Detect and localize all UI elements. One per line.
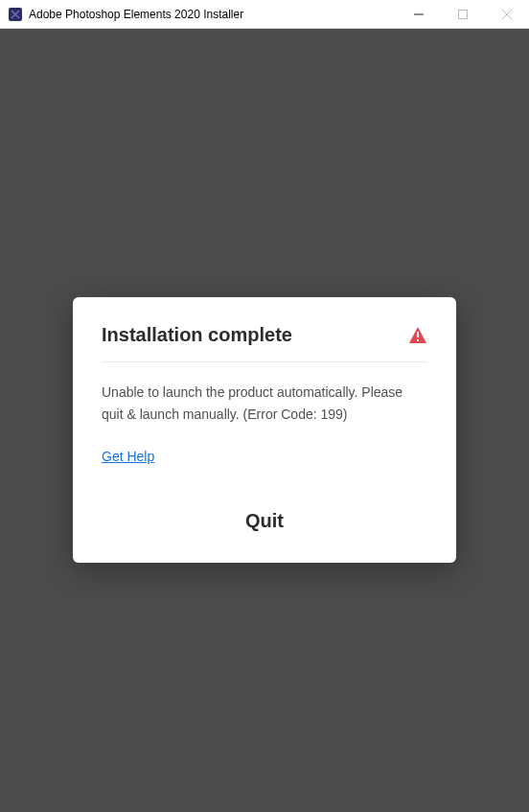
titlebar: Adobe Photoshop Elements 2020 Installer bbox=[0, 0, 529, 29]
dialog-header: Installation complete bbox=[102, 324, 427, 362]
dialog-title: Installation complete bbox=[102, 324, 292, 346]
dialog-message: Unable to launch the product automatical… bbox=[102, 382, 427, 425]
completion-dialog: Installation complete Unable to launch t… bbox=[73, 297, 456, 563]
app-icon bbox=[8, 7, 23, 22]
dialog-actions: Quit bbox=[102, 502, 427, 540]
get-help-link[interactable]: Get Help bbox=[102, 449, 154, 464]
svg-rect-2 bbox=[459, 10, 468, 18]
maximize-button bbox=[441, 0, 485, 28]
svg-rect-6 bbox=[417, 339, 419, 341]
quit-button[interactable]: Quit bbox=[226, 502, 303, 540]
window-title: Adobe Photoshop Elements 2020 Installer bbox=[29, 8, 397, 21]
installer-content: Installation complete Unable to launch t… bbox=[0, 29, 529, 812]
close-button[interactable] bbox=[485, 0, 529, 28]
window-controls bbox=[397, 0, 529, 28]
warning-icon bbox=[408, 326, 427, 345]
minimize-button[interactable] bbox=[397, 0, 441, 28]
svg-rect-5 bbox=[417, 332, 419, 337]
